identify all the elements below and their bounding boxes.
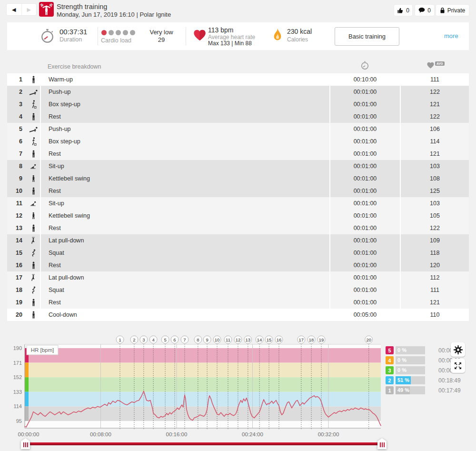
exercise-avg-hr: 105 xyxy=(401,210,469,222)
stopwatch-icon xyxy=(40,28,55,44)
table-row: 14Lat pull-down00:01:00109 xyxy=(7,234,469,247)
privacy-button[interactable]: Private xyxy=(436,5,469,16)
like-button[interactable]: 0 xyxy=(394,5,412,16)
chart-fullscreen-button[interactable] xyxy=(451,359,465,373)
hr-zone-band xyxy=(25,392,381,407)
gear-icon xyxy=(453,345,463,355)
exercise-duration: 00:01:00 xyxy=(330,98,400,110)
session-subtitle: Monday, Jun 17, 2019 16:10 | Polar Ignit… xyxy=(57,11,171,18)
zone-number-badge: 5 xyxy=(386,346,394,354)
next-session-button[interactable]: ▶ xyxy=(22,4,37,15)
standing-exercise-icon xyxy=(28,187,39,195)
standing-exercise-icon xyxy=(28,224,39,232)
hr-chart: 00:00:0000:08:0000:16:0000:24:0000:32:00… xyxy=(0,332,390,441)
phase-marker-number: 8 xyxy=(197,337,199,342)
exercise-number: 18 xyxy=(12,287,22,293)
exercise-avg-hr: 122 xyxy=(401,222,469,234)
exercise-number: 3 xyxy=(12,101,22,108)
phase-marker-number: 20 xyxy=(366,337,371,342)
exercise-name: Push-up xyxy=(41,123,329,135)
table-row: 8Sit-up00:01:00103 xyxy=(7,160,469,172)
y-axis-tick-label: 133 xyxy=(13,389,22,395)
table-row: 20Cool-down00:05:00110 xyxy=(7,309,469,321)
exercise-number: 12 xyxy=(12,212,22,219)
latpulldown-exercise-icon xyxy=(28,237,39,244)
expand-icon xyxy=(454,361,462,370)
table-row: 11Sit-up00:01:00103 xyxy=(7,197,469,210)
zone-time: 00:18:49 xyxy=(438,377,461,384)
standing-exercise-icon xyxy=(28,113,39,121)
table-row: 3Box step-up00:01:00121 xyxy=(7,98,469,110)
exercise-name: Push-up xyxy=(41,86,329,98)
phase-marker-number: 6 xyxy=(173,337,176,342)
exercise-name: Rest xyxy=(41,110,329,123)
exercise-number: 4 xyxy=(12,113,22,120)
table-row: 18Squat00:01:00111 xyxy=(7,284,469,296)
summary-bar: 00:37:31 Duration Cardio load Very low 2… xyxy=(7,22,469,50)
calories-label: Calories xyxy=(287,36,308,43)
table-row: 15Squat00:01:00118 xyxy=(7,247,469,259)
duration-label: Duration xyxy=(60,36,82,43)
comment-bubble-icon xyxy=(418,7,425,13)
zone-time: 00:17:49 xyxy=(438,387,461,394)
exercise-number: 15 xyxy=(12,250,22,256)
exercise-avg-hr: 103 xyxy=(401,197,469,210)
zone-percent-label: 0 % xyxy=(397,367,407,373)
training-type-button[interactable]: Basic training xyxy=(335,27,399,46)
phase-marker-number: 17 xyxy=(299,337,304,342)
exercise-duration: 00:01:00 xyxy=(330,135,400,148)
exercise-name: Lat pull-down xyxy=(41,234,329,247)
duration-column-icon xyxy=(360,60,369,70)
avg-hr-label: Average heart rate xyxy=(208,34,255,40)
calories-value: 230 kcal xyxy=(287,28,312,35)
exercise-table: 1Warm-up00:10:001112Push-up00:01:001223B… xyxy=(7,73,469,321)
phase-marker-number: 7 xyxy=(183,337,186,342)
hr-zone-marker xyxy=(25,377,29,392)
table-row: 19Rest00:01:00121 xyxy=(7,296,469,309)
exercise-avg-hr: 121 xyxy=(401,148,469,160)
exercise-number: 13 xyxy=(12,225,22,231)
exercise-number: 5 xyxy=(12,126,22,132)
exercise-duration: 00:01:00 xyxy=(330,284,400,296)
more-link[interactable]: more xyxy=(444,32,458,40)
exercise-duration: 00:01:00 xyxy=(330,185,400,197)
x-axis-tick-label: 00:08:00 xyxy=(90,431,111,437)
situp-exercise-icon xyxy=(28,200,39,206)
summary-divider xyxy=(186,27,186,45)
exercise-number: 19 xyxy=(12,299,22,306)
exercise-duration: 00:10:00 xyxy=(330,73,400,86)
exercise-name: Kettlebell swing xyxy=(41,210,329,222)
timeline-range-track[interactable] xyxy=(27,442,382,445)
y-axis-tick-label: 114 xyxy=(13,403,22,409)
hr-minmax: Max 133 | Min 88 xyxy=(208,40,252,47)
x-axis-tick-label: 00:16:00 xyxy=(166,431,188,437)
exercise-duration: 00:01:00 xyxy=(330,160,400,172)
table-row: 5Push-up00:01:00106 xyxy=(7,123,469,135)
exercise-duration: 00:01:00 xyxy=(330,247,400,259)
exercise-duration: 00:01:00 xyxy=(330,259,400,271)
exercise-duration: 00:01:00 xyxy=(330,110,400,123)
chart-settings-button[interactable] xyxy=(451,342,465,357)
exercise-avg-hr: 106 xyxy=(401,123,469,135)
cardio-load-level: Very low xyxy=(142,29,180,36)
session-nav: ◀ ▶ xyxy=(7,4,36,15)
zone-percent-bar: 51 % xyxy=(396,376,425,384)
hr-zone-row: 40 %00:00:00 xyxy=(386,356,461,364)
comment-button[interactable]: 0 xyxy=(415,5,434,16)
exercise-number: 8 xyxy=(12,163,22,170)
table-row: 1Warm-up00:10:00111 xyxy=(7,73,469,86)
phase-marker-number: 2 xyxy=(133,337,135,342)
phase-marker-number: 3 xyxy=(142,337,145,342)
zone-percent-label: 49 % xyxy=(397,387,409,393)
exercise-number: 14 xyxy=(12,237,22,244)
exercise-avg-hr: 118 xyxy=(401,247,469,259)
timeline-handle-right[interactable] xyxy=(377,438,387,449)
comment-count: 0 xyxy=(427,7,431,14)
timeline-handle-left[interactable] xyxy=(21,438,30,449)
y-axis-tick-label: 95 xyxy=(16,418,22,424)
zone-percent-label: 0 % xyxy=(397,357,407,363)
exercise-avg-hr: 122 xyxy=(401,86,469,98)
duration-value: 00:37:31 xyxy=(60,28,87,36)
previous-session-button[interactable]: ◀ xyxy=(7,4,22,15)
cardio-load-dot xyxy=(123,30,128,35)
